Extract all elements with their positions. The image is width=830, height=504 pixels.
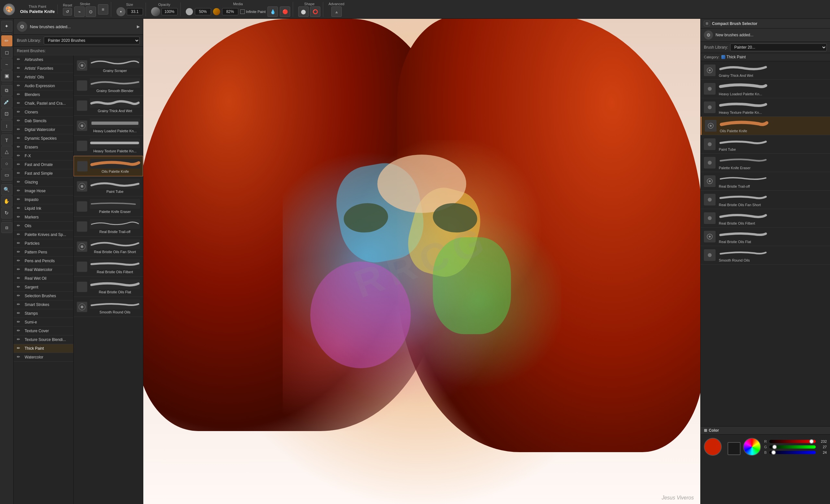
brush-list-item[interactable]: ✏ Digital Watercolor: [13, 126, 73, 134]
tool-lasso[interactable]: ○: [1, 158, 12, 169]
brush-list-item[interactable]: ✏ Markers: [13, 213, 73, 222]
library-select[interactable]: Painter 2020 Brushes: [44, 37, 140, 44]
compact-brush-item[interactable]: Heavy Loaded Palette Kn...: [701, 80, 830, 98]
compact-gear-icon[interactable]: ⚙: [704, 30, 713, 39]
tool-zoom[interactable]: 🔍: [1, 184, 12, 195]
tool-select[interactable]: ▭: [1, 169, 12, 180]
menu-icon[interactable]: ≡: [98, 4, 108, 14]
compact-brush-item[interactable]: Real Bristle Oils Filbert: [701, 209, 830, 228]
brush-preview-item[interactable]: Real Bristle Oils Flat: [73, 277, 143, 297]
tool-text[interactable]: T: [1, 135, 12, 145]
brush-preview-item[interactable]: Real Bristle Oils Filbert: [73, 257, 143, 277]
compact-brush-item[interactable]: Real Bristle Trail-off: [701, 172, 830, 191]
tool-smudge[interactable]: ~: [1, 59, 12, 70]
brush-list-item[interactable]: ✏ Airbrushes: [13, 56, 73, 64]
compact-brush-item[interactable]: Smooth Round Oils: [701, 246, 830, 265]
tool-transform[interactable]: ↕: [1, 120, 12, 131]
brush-list-item[interactable]: ✏ Glazing: [13, 178, 73, 187]
green-slider-thumb[interactable]: [772, 445, 777, 449]
brush-list-item[interactable]: ✏ Pens and Pencils: [13, 257, 73, 265]
shape-btn-2[interactable]: ⭕: [310, 6, 320, 17]
brush-list-item[interactable]: ✏ Fast and Ornate: [13, 161, 73, 169]
size-value[interactable]: 33.1: [127, 8, 143, 15]
shape-btn-1[interactable]: ⬤: [298, 6, 309, 17]
brush-list-item[interactable]: ✏ Sumi-e: [13, 318, 73, 327]
brush-preview-item[interactable]: Smooth Round Oils: [73, 297, 143, 317]
brush-list-item[interactable]: ✏ Sargent: [13, 283, 73, 292]
size-circle[interactable]: ●: [117, 7, 125, 16]
dropper-btn[interactable]: 💧: [267, 6, 278, 17]
tool-pan[interactable]: ✋: [1, 196, 12, 207]
advanced-btn[interactable]: ⟁: [331, 6, 342, 17]
brush-list-item[interactable]: ✏ Chalk, Pastel and Cra...: [13, 99, 73, 108]
infinite-paint-checkbox[interactable]: [240, 9, 245, 14]
tool-brush[interactable]: ✏: [1, 35, 12, 46]
secondary-color-swatch[interactable]: [728, 442, 740, 455]
tool-dropper[interactable]: 💉: [1, 97, 12, 108]
flow-value[interactable]: 50%: [195, 8, 211, 15]
panel-arrow[interactable]: ▶: [137, 24, 140, 29]
tool-layers[interactable]: ⧈: [1, 222, 12, 233]
brush-list-item[interactable]: ✏ Real Wet Oil: [13, 274, 73, 283]
red-slider-track[interactable]: [769, 440, 816, 443]
brush-preview-item[interactable]: Real Bristle Trail-off: [73, 216, 143, 237]
brush-list-item[interactable]: ✏ Smart Strokes: [13, 300, 73, 309]
green-slider-track[interactable]: [769, 445, 816, 448]
brush-list-item[interactable]: ✏ Fast and Simple: [13, 169, 73, 178]
tool-fill[interactable]: ▣: [1, 70, 12, 81]
grain-value[interactable]: 82%: [222, 8, 238, 15]
brush-preview-item[interactable]: Oils Palette Knife: [73, 156, 143, 176]
compact-brush-item[interactable]: Heavy Texture Palette Kn...: [701, 98, 830, 117]
app-icon[interactable]: 🎨: [3, 4, 15, 15]
compact-brush-item[interactable]: Real Bristle Oils Flat: [701, 228, 830, 246]
infinite-paint-toggle[interactable]: Infinite Paint: [240, 9, 266, 14]
reset-button[interactable]: ↺: [63, 8, 72, 15]
brush-list-item[interactable]: ✏ Stamps: [13, 309, 73, 318]
brush-preview-item[interactable]: Heavy Texture Palette Kn...: [73, 136, 143, 156]
compact-brush-item[interactable]: Palette Knife Eraser: [701, 154, 830, 172]
flow-circle[interactable]: [186, 8, 193, 15]
compact-brush-item[interactable]: Real Bristle Oils Fan Short: [701, 191, 830, 209]
secondary-color-area[interactable]: [724, 439, 740, 455]
tool-shape[interactable]: △: [1, 146, 12, 157]
tool-crop[interactable]: ⊡: [1, 108, 12, 119]
opacity-circle[interactable]: [151, 7, 160, 16]
brush-list-item[interactable]: ✏ Pattern Pens: [13, 248, 73, 257]
blue-slider-thumb[interactable]: [771, 450, 776, 455]
compact-brush-item[interactable]: Grainy Thick And Wet: [701, 61, 830, 80]
brush-list-item[interactable]: ✏ Impasto: [13, 196, 73, 204]
brush-list-item[interactable]: ✏ Artists' Oils: [13, 73, 73, 82]
brush-preview-item[interactable]: Grainy Thick And Wet: [73, 96, 143, 116]
main-canvas[interactable]: RRCG Jesus Viveros: [143, 19, 700, 504]
brush-preview-item[interactable]: Real Bristle Oils Fan Short: [73, 237, 143, 257]
brush-list-item[interactable]: ✏ Artists' Favorites: [13, 64, 73, 73]
brush-list-item[interactable]: ✏ Dab Stencils: [13, 117, 73, 126]
tool-rotate[interactable]: ↻: [1, 207, 12, 219]
brush-list-item[interactable]: ✏ Oils: [13, 222, 73, 230]
stroke-btn-2[interactable]: ⊙: [86, 6, 96, 17]
tool-eraser[interactable]: ◻: [1, 47, 12, 58]
brush-list-item[interactable]: ✏ Blenders: [13, 91, 73, 99]
brush-preview-item[interactable]: Paint Tube: [73, 176, 143, 196]
brush-preview-item[interactable]: Grainy Scraper: [73, 56, 143, 75]
brush-list-item[interactable]: ✏ Selection Brushes: [13, 292, 73, 300]
brush-list-item[interactable]: ✏ Image Hose: [13, 187, 73, 196]
opacity-value[interactable]: 100%: [161, 8, 178, 15]
brush-preview-item[interactable]: Palette Knife Eraser: [73, 196, 143, 216]
red-slider-thumb[interactable]: [809, 439, 814, 444]
compact-brush-item[interactable]: Paint Tube: [701, 135, 830, 154]
grain-circle[interactable]: [213, 8, 220, 15]
brush-list-item[interactable]: ✏ F-X: [13, 152, 73, 161]
tool-selector[interactable]: ✦: [1, 21, 12, 32]
tool-clone[interactable]: ⧉: [1, 85, 12, 96]
brush-list-item[interactable]: ✏ Cloners: [13, 108, 73, 117]
color-wheel[interactable]: [743, 438, 761, 456]
brush-list-item[interactable]: ✏ Liquid Ink: [13, 204, 73, 213]
brush-list-item[interactable]: ✏ Texture Cover: [13, 327, 73, 335]
brush-list-item[interactable]: ✏ Audio Expression: [13, 82, 73, 91]
brush-list-item[interactable]: ✏ Watercolor: [13, 353, 73, 362]
brush-preview-item[interactable]: Heavy Loaded Palette Kn...: [73, 116, 143, 136]
primary-color-swatch[interactable]: [704, 438, 722, 456]
compact-brush-item[interactable]: Oils Palette Knife: [701, 117, 830, 135]
paint-btn[interactable]: 🔴: [280, 6, 290, 17]
